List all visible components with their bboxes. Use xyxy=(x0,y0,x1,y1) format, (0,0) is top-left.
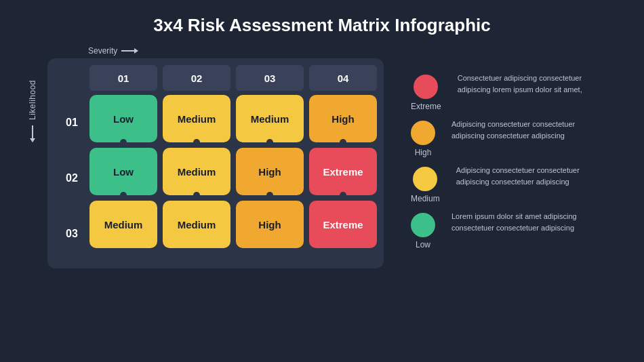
row-label-02: 02 xyxy=(54,150,89,206)
legend-circle-extreme xyxy=(414,75,438,99)
legend-description-line1: Adipiscing consectetuer consectetuer xyxy=(456,165,580,176)
row-labels: 01 02 03 xyxy=(54,65,89,262)
legend-description-line1: Lorem ipsum dolor sit amet adipiscing xyxy=(451,212,577,222)
legend-level-label: Medium xyxy=(411,194,440,203)
cell-2-2: Medium xyxy=(163,148,230,195)
legend-text-high: Adipiscing consectetuer consectetueradip… xyxy=(451,119,575,142)
cell-2-4: Extreme xyxy=(309,148,377,195)
legend-description-line2: adipiscing consectetuer adipiscing xyxy=(456,177,580,187)
grid-area: 01 02 03 04 Low Medium Medium High Lo xyxy=(89,65,377,262)
row-label-01: 01 xyxy=(54,95,89,150)
cell-1-2: Medium xyxy=(163,95,230,142)
legend-item-low: LowLorem ipsum dolor sit amet adipiscing… xyxy=(411,212,644,249)
col-headers: 01 02 03 04 xyxy=(89,65,377,91)
matrix-area: Severity 01 02 03 01 02 xyxy=(47,46,384,268)
grid-row-3: Medium Medium High Extreme xyxy=(89,201,377,248)
cell-1-3: Medium xyxy=(236,95,304,142)
matrix-section: Likelihood Severity 01 02 03 xyxy=(20,46,384,268)
likelihood-arrow xyxy=(32,125,33,139)
matrix-container: 01 02 03 01 02 03 04 Low xyxy=(47,58,384,268)
likelihood-label: Likelihood xyxy=(28,80,37,120)
cell-2-1: Low xyxy=(89,148,157,195)
legend-text-medium: Adipiscing consectetuer consectetueradip… xyxy=(456,165,580,188)
col-header-03: 03 xyxy=(236,65,304,91)
legend-description-line1: Consectetuer adipiscing consectetuer xyxy=(458,73,582,83)
severity-label: Severity xyxy=(88,46,117,56)
legend-item-extreme: ExtremeConsectetuer adipiscing consectet… xyxy=(411,73,644,111)
cell-1-1: Low xyxy=(89,95,157,142)
col-header-04: 04 xyxy=(309,65,377,91)
likelihood-label-wrapper: Likelihood xyxy=(20,80,45,139)
legend-description-line1: Adipiscing consectetuer consectetuer xyxy=(451,119,575,129)
cell-3-1: Medium xyxy=(89,201,157,248)
cell-3-3: High xyxy=(236,201,304,248)
legend-section: ExtremeConsectetuer adipiscing consectet… xyxy=(411,73,644,249)
legend-description-line2: adipiscing consectetuer adipiscing xyxy=(451,131,575,141)
legend-circle-high xyxy=(411,121,435,145)
legend-circle-low xyxy=(411,213,435,237)
legend-item-high: HighAdipiscing consectetuer consectetuer… xyxy=(411,119,644,157)
cell-3-2: Medium xyxy=(163,201,230,248)
cell-3-4: Extreme xyxy=(309,201,377,248)
legend-level-label: High xyxy=(415,148,432,157)
legend-description-line2: adipiscing lorem ipsum dolor sit amet, xyxy=(458,85,582,95)
legend-level-label: Low xyxy=(416,240,430,249)
cell-2-3: High xyxy=(236,148,304,195)
cell-1-4: High xyxy=(309,95,377,142)
grid-row-1: Low Medium Medium High xyxy=(89,95,377,142)
legend-text-extreme: Consectetuer adipiscing consectetueradip… xyxy=(458,73,582,96)
legend-circle-medium xyxy=(413,167,437,191)
col-header-01: 01 xyxy=(89,65,157,91)
severity-label-row: Severity xyxy=(88,46,384,56)
col-header-02: 02 xyxy=(163,65,230,91)
row-label-03: 03 xyxy=(54,206,89,262)
legend-level-label: Extreme xyxy=(411,102,441,111)
legend-description-line2: consectetuer consectetuer adipiscing xyxy=(451,223,577,233)
grid-row-2: Low Medium High Extreme xyxy=(89,148,377,195)
severity-arrow xyxy=(121,50,135,52)
page-title: 3x4 Risk Assessment Matrix Infographic xyxy=(0,0,644,43)
legend-text-low: Lorem ipsum dolor sit amet adipiscingcon… xyxy=(451,212,577,234)
legend-item-medium: MediumAdipiscing consectetuer consectetu… xyxy=(411,165,644,203)
